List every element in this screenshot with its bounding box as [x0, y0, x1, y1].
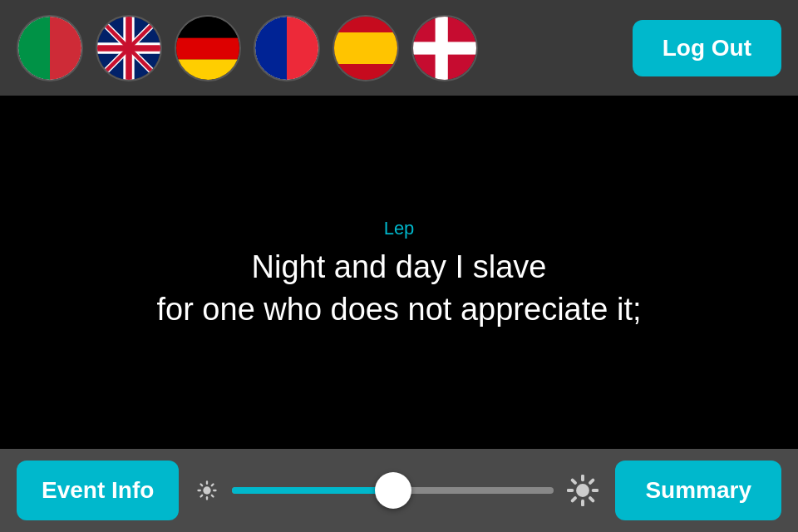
flag-uk[interactable] [96, 15, 162, 81]
svg-line-39 [590, 480, 593, 483]
summary-button[interactable]: Summary [615, 461, 781, 520]
svg-point-22 [204, 486, 211, 494]
lyric-line-1: Night and day I slave [252, 249, 547, 285]
header-bar: Log Out [0, 0, 798, 96]
svg-rect-21 [436, 17, 448, 80]
flag-spain[interactable] [332, 15, 399, 81]
svg-point-18 [334, 17, 397, 80]
svg-line-36 [573, 480, 575, 483]
brightness-high-icon [567, 475, 598, 506]
svg-line-28 [212, 495, 214, 497]
brightness-slider[interactable] [232, 487, 554, 494]
svg-line-29 [201, 495, 203, 497]
logout-button[interactable]: Log Out [633, 20, 781, 76]
svg-line-38 [573, 498, 575, 500]
event-info-button[interactable]: Event Info [17, 461, 179, 520]
main-content: Lep Night and day I slave for one who do… [0, 96, 798, 449]
flag-germany[interactable] [175, 15, 241, 81]
flag-italy[interactable] [17, 15, 83, 81]
svg-line-27 [201, 485, 203, 486]
slider-thumb[interactable] [375, 472, 411, 509]
footer-bar: Event Info [0, 449, 798, 532]
speaker-label: Lep [384, 218, 415, 239]
svg-line-37 [590, 498, 593, 500]
slider-fill [232, 487, 393, 494]
svg-rect-12 [176, 37, 239, 59]
brightness-low-icon [195, 479, 219, 502]
svg-point-31 [576, 484, 589, 497]
brightness-control [195, 475, 598, 506]
svg-line-30 [212, 485, 214, 486]
flag-france[interactable] [254, 15, 320, 81]
lyric-line-2: for one who does not appreciate it; [156, 292, 641, 328]
flag-denmark[interactable] [411, 15, 478, 81]
